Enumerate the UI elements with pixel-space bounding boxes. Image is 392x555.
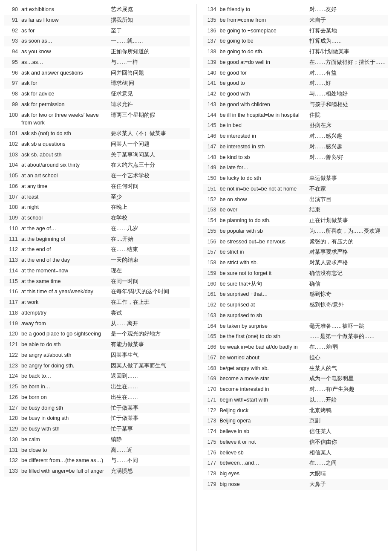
list-item: 138be going to do sth.打算/计划做某事 [203,46,388,57]
list-item: 108at night在晚上 [4,202,190,213]
list-item: 123be angry for doing sth.因某人做了某事而生气 [4,361,190,371]
entry-english: art exhibitions [21,6,111,14]
entry-english: ask sb a questions [21,140,111,148]
entry-number: 157 [204,249,220,255]
entry-chinese: 打算成为…… [309,37,387,45]
entry-english: ask and answer questions [21,69,111,77]
entry-number: 109 [5,215,21,221]
entry-english: be popular with sb [220,227,309,235]
entry-english: at night [21,203,111,211]
entry-chinese: 大鼻子 [309,480,387,489]
entry-chinese: 正在计划做某事 [309,217,387,225]
entry-number: 110 [5,225,21,231]
list-item: 130be calm镇静 [4,434,190,445]
entry-number: 148 [204,154,220,160]
entry-chinese: 一天的结束 [111,256,189,264]
left-column: 90art exhibitions艺术展览91as far as I know据… [0,4,194,551]
entry-number: 156 [204,239,220,245]
entry-number: 166 [204,344,220,350]
entry-number: 141 [204,80,220,86]
entry-number: 100 [5,112,21,118]
list-item: 157be strict in对某事要求严格 [203,247,388,257]
list-item: 160be sure that+从句确信 [203,279,388,289]
entry-number: 154 [204,217,220,223]
entry-chinese: 征求意见 [111,90,189,98]
entry-number: 177 [204,460,220,466]
entry-chinese: 因某事生气 [111,351,189,359]
list-item: 134be friendly to对……友好 [203,4,388,15]
list-item: 103ask sb. about sth关于某事询问某人 [4,150,190,160]
list-item: 127be busy doing sth忙于做某事 [4,403,190,413]
entry-number: 116 [5,289,21,295]
entry-number: 170 [204,386,220,392]
entry-english: at the moment=now [21,267,111,275]
entry-number: 174 [204,428,220,434]
entry-number: 124 [5,373,21,379]
entry-english: become a movie star [220,375,309,383]
list-item: 104at about/around six thirty在大约六点三十分 [4,160,190,171]
list-item: 96ask and answer questions问并回答问题 [4,68,190,78]
entry-english: be sure that+从句 [220,280,309,288]
entry-english: be not in=be out=be not at home [220,185,309,193]
list-item: 155be popular with sb为……所喜欢，为……受欢迎 [203,226,388,237]
entry-english: be close to [21,446,111,454]
list-item: 145be in bed卧病在床 [203,120,388,131]
entry-chinese: 镇静 [111,436,189,444]
entry-number: 171 [204,397,220,403]
list-item: 136be going to +someplace打算去某地 [203,26,388,36]
entry-chinese: 在大约六点三十分 [111,161,189,169]
list-item: 109at school在学校 [4,213,190,223]
entry-chinese: 在……之间 [309,459,387,467]
entry-number: 138 [204,49,220,55]
entry-chinese: 离……近 [111,446,189,454]
entry-english: at this time of a year/week/day [21,288,111,296]
list-item: 132be different from…(the same as…)与……不同 [4,455,190,466]
entry-chinese: 大眼睛 [309,470,387,478]
entry-number: 127 [5,405,21,411]
entry-english: be able to do sth [21,341,111,349]
entry-chinese: 对……好 [309,79,387,87]
list-item: 139be good at=do well in在……方面做得好；擅长于…… [203,57,388,68]
list-item: 133be filled with anger=be full of anger… [4,466,190,477]
entry-english: be planning to do sth. [220,217,309,225]
entry-english: be surprised +that… [220,290,309,298]
entry-english: be busy in doing sth [21,414,111,422]
list-item: 165be the first (one) to do sth……是第一个做某事… [203,331,388,342]
entry-english: be surprised to sb [220,312,309,320]
entry-chinese: 在……结束 [111,246,189,254]
list-item: 99ask for permission请求允许 [4,99,190,110]
list-item: 176believe sb相信某人 [203,448,388,458]
list-item: 124be back to…返回到…… [4,371,190,382]
entry-english: be filled with anger=be full of anger [21,467,111,475]
list-item: 91as far as I know据我所知 [4,15,190,26]
entry-number: 106 [5,183,21,189]
entry-chinese: 一……就…… [111,37,189,45]
list-item: 150be lucky to do sth幸运做某事 [203,173,388,184]
entry-english: ask sb. about sth [21,151,111,159]
entry-number: 176 [204,450,220,456]
entry-english: Beijing opera [220,417,309,425]
entry-number: 137 [204,38,220,44]
entry-number: 99 [5,101,21,107]
list-item: 135be from=come from来自于 [203,15,388,26]
entry-chinese: 打算去某地 [309,27,387,35]
entry-number: 140 [204,70,220,76]
entry-chinese: 毫无准备……被吓一跳 [309,322,387,330]
entry-chinese: 信不信由你 [309,438,387,446]
list-item: 166be weak in=be bad at/do badly in在……差/… [203,342,388,353]
entry-english: be good for [220,69,309,77]
entry-chinese: 与……一样 [111,58,189,66]
list-item: 129be busy with sth忙于某事 [4,424,190,434]
list-item: 178big eyes大眼睛 [203,468,388,479]
list-item: 159be sure not to forget it确信没有忘记 [203,268,388,279]
entry-english: be angry for doing sth. [21,362,111,370]
entry-english: be born on [21,393,111,402]
entry-number: 104 [5,162,21,168]
entry-number: 93 [5,38,21,44]
list-item: 179big nose大鼻子 [203,479,388,490]
entry-number: 152 [204,197,220,202]
entry-english: at an art school [21,172,111,180]
list-item: 171begin with=start with以……开始 [203,395,388,405]
entry-chinese: 出生在…… [111,383,189,391]
entry-number: 173 [204,418,220,424]
